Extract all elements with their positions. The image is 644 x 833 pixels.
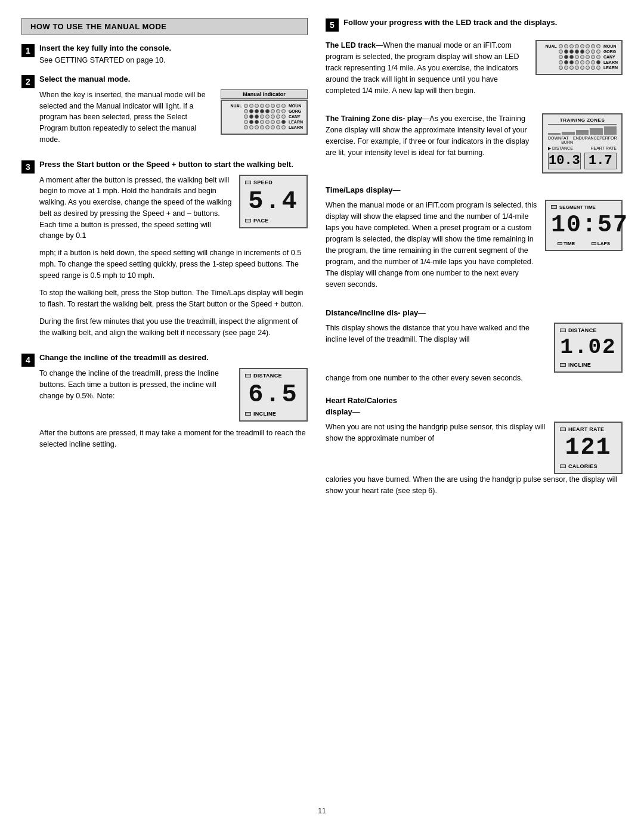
speed-value: 5.4: [245, 187, 302, 216]
calories-label: CALORIES: [568, 463, 597, 469]
tz-display-left: 10.3: [548, 153, 581, 169]
laps-label: LAPS: [597, 241, 610, 246]
step-4-body2: After the buttons are pressed, it may ta…: [39, 428, 308, 450]
step-5-number: 5: [326, 18, 339, 32]
distance-label-di: DISTANCE: [568, 327, 597, 333]
step-3-body1: A moment after the button is pressed, th…: [39, 175, 232, 242]
step-2: 2 Select the manual mode. When the key i…: [21, 75, 308, 151]
step-3-title: Press the Start button or the Speed + bu…: [39, 160, 308, 169]
step-2-number: 2: [21, 75, 35, 88]
heart-rate-display: HEART RATE 121 CALORIES: [554, 422, 623, 474]
heart-rate-body1: When you are not using the handgrip puls…: [326, 422, 547, 444]
tz-bar-row: [548, 126, 617, 135]
step-5-title: Follow your progress with the LED track …: [343, 18, 623, 27]
section-header: HOW TO USE THE MANUAL MODE: [21, 18, 308, 35]
led-track-section: The LED track—When the manual mode or an…: [326, 40, 623, 103]
distance-incline-body1: This display shows the distance that you…: [326, 323, 547, 345]
step-1-number: 1: [21, 44, 35, 57]
step-4-body1: To change the incline of the treadmill, …: [39, 368, 232, 401]
seg-time-indicator: [551, 205, 557, 209]
time-laps-value: 10:57: [551, 211, 617, 240]
speed-indicator: [245, 181, 251, 184]
step-3: 3 Press the Start button or the Speed + …: [21, 160, 308, 345]
step-2-body: When the key is inserted, the manual mod…: [39, 89, 213, 145]
tz-display-right: 1.7: [584, 153, 617, 169]
distance-incline-display: DISTANCE 1.02 INCLINE: [554, 323, 623, 373]
step-3-body2: mph; if a button is held down, the speed…: [39, 247, 308, 281]
led-track-body: The LED track—When the manual mode or an…: [326, 40, 528, 97]
incline-indicator-di: [560, 363, 566, 367]
training-zone-section: The Training Zone dis- play—As you exerc…: [326, 113, 623, 174]
heart-rate-title: Heart Rate/Calories display—: [326, 395, 623, 419]
incline-label-di: INCLINE: [568, 362, 591, 368]
distance-incline-body2: change from one number to the other ever…: [326, 373, 623, 384]
incline-indicator-s4: [245, 412, 251, 416]
pace-label: PACE: [253, 218, 269, 224]
time-laps-section: Time/Laps display— When the manual mode …: [326, 184, 623, 296]
training-zones-panel: TRAINING ZONES DOWN FAT BURN ENDURANCE: [542, 113, 623, 174]
heart-rate-label: HEART RATE: [568, 426, 604, 432]
time-laps-display: SEGMENT TIME 10:57 TIME LAPS: [545, 200, 623, 251]
distance-incline-value: 1.02: [560, 335, 617, 361]
step-1-body: See GETTING STARTED on page 10.: [39, 55, 308, 66]
training-zone-body: The Training Zone dis- play—As you exerc…: [326, 113, 535, 159]
incline-display-panel: DISTANCE 6.5 INCLINE: [239, 368, 308, 422]
heart-rate-value: 121: [560, 433, 617, 462]
led-matrix-step2: NUAL: [221, 100, 308, 135]
tz-display-left-value: 10.3: [549, 153, 580, 169]
step-1-title: Insert the key fully into the console.: [39, 44, 308, 52]
heart-rate-indicator: [560, 428, 566, 431]
heart-rate-body2: calories you have burned. When the are u…: [326, 474, 623, 497]
step-1: 1 Insert the key fully into the console.…: [21, 44, 308, 66]
heart-rate-section: Heart Rate/Calories display— When you ar…: [326, 395, 623, 497]
tz-labels: DOWN FAT BURN ENDURANCE PERFOR: [548, 136, 617, 144]
training-zone-title: The Training Zone dis-: [326, 114, 405, 123]
step-4-title: Change the incline of the treadmill as d…: [39, 353, 308, 362]
tz-displays: 10.3 1.7: [548, 153, 617, 169]
distance-incline-title: Distance/Incline dis- play—: [326, 307, 623, 319]
page: HOW TO USE THE MANUAL MODE 1 Insert the …: [0, 0, 644, 833]
speed-label: SPEED: [253, 179, 273, 185]
step-4: 4 Change the incline of the treadmill as…: [21, 353, 308, 456]
time-label: TIME: [564, 241, 575, 246]
pace-indicator: [245, 219, 251, 222]
step-2-title: Select the manual mode.: [39, 75, 308, 83]
speed-display-panel: SPEED 5.4 PACE: [239, 175, 308, 228]
calories-indicator: [560, 465, 566, 468]
time-laps-body: When the manual mode or an iFIT.com prog…: [326, 200, 538, 290]
seg-time-label: SEGMENT TIME: [559, 205, 596, 210]
incline-label-s4: INCLINE: [253, 411, 276, 417]
left-column: HOW TO USE THE MANUAL MODE 1 Insert the …: [21, 18, 308, 795]
led-matrix-panel-step2: Manual Indicator NUAL: [221, 89, 308, 135]
step-3-body3: To stop the walking belt, press the Stop…: [39, 287, 308, 310]
step-3-number: 3: [21, 160, 35, 174]
distance-incline-section: Distance/Incline dis- play— This display…: [326, 307, 623, 384]
led-matrix-panel-right: NUAL: [535, 40, 623, 75]
step-5: 5 Follow your progress with the LED trac…: [326, 18, 623, 32]
step-3-body4: During the first few minutes that you us…: [39, 316, 308, 339]
time-laps-title: Time/Laps display—: [326, 184, 623, 196]
incline-value: 6.5: [245, 380, 302, 410]
step-4-number: 4: [21, 354, 35, 367]
tz-header: TRAINING ZONES: [548, 117, 617, 125]
page-number: 11: [21, 807, 623, 815]
distance-indicator-di: [560, 329, 566, 332]
manual-indicator-label: Manual Indicator: [221, 89, 308, 99]
distance-indicator-s4: [245, 374, 251, 377]
led-track-title: The LED track: [326, 41, 376, 49]
right-column: 5 Follow your progress with the LED trac…: [326, 18, 623, 795]
tz-display-right-value: 1.7: [585, 153, 616, 169]
distance-label-s4: DISTANCE: [253, 373, 282, 379]
